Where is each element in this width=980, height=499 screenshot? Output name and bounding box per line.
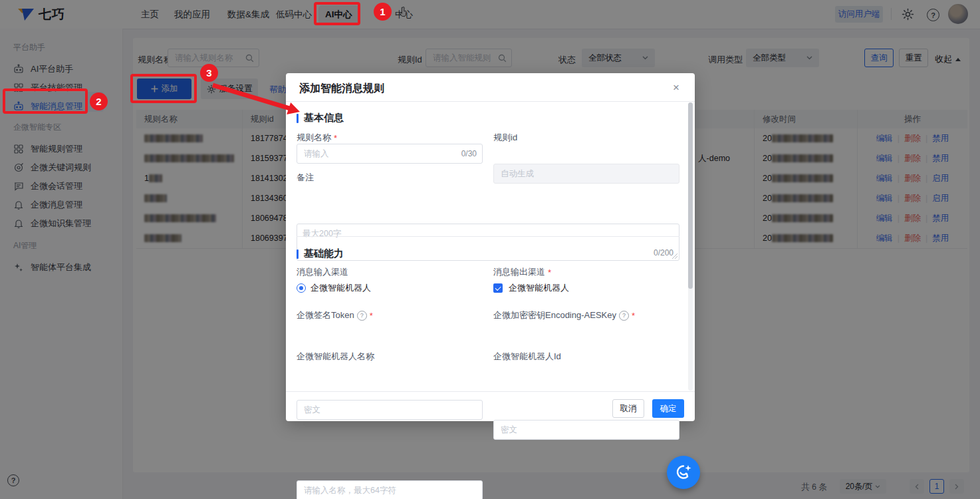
input-channel-radio[interactable]: 企微智能机器人 xyxy=(297,282,371,294)
rule-name-label: 规则名称* xyxy=(297,132,337,144)
annotation-badge-2: 2 xyxy=(90,92,108,110)
rule-name-counter: 0/30 xyxy=(461,149,477,158)
annotation-box-ai-center xyxy=(314,2,360,25)
rule-name-field[interactable]: 0/30 xyxy=(297,144,483,164)
close-icon[interactable]: × xyxy=(670,82,682,94)
annotation-badge-3: 3 xyxy=(200,64,218,82)
ai-chat-sparkle-icon xyxy=(674,463,693,482)
bot-id-label: 企微智能机器人Id xyxy=(493,351,561,363)
remark-label: 备注 xyxy=(297,172,314,184)
section-capability: 基础能力 xyxy=(297,248,344,260)
modal-header-divider xyxy=(286,101,695,102)
modal-scrollbar-thumb[interactable] xyxy=(688,102,693,289)
annotation-box-add-button xyxy=(130,74,197,103)
app-root: 七巧 主页 我的应用 数据&集成 低码中心 AI中心 中心 访问用户端 xyxy=(0,0,980,499)
input-channel-label: 消息输入渠道 xyxy=(297,266,348,278)
rule-id-field xyxy=(493,164,679,184)
question-circle-icon[interactable]: ? xyxy=(357,311,367,321)
aeskey-field[interactable] xyxy=(493,420,679,440)
output-channel-label: 消息输出渠道* xyxy=(493,266,551,278)
remark-counter: 0/200 xyxy=(654,248,674,257)
bot-name-field[interactable] xyxy=(297,480,483,499)
aeskey-label: 企微加密密钥Encoding-AESKey ?* xyxy=(493,309,635,321)
cancel-button[interactable]: 取消 xyxy=(612,399,644,418)
bot-name-label: 企微智能机器人名称 xyxy=(297,351,374,363)
annotation-badge-1: 1 xyxy=(374,3,392,21)
radio-selected-icon xyxy=(297,283,306,293)
remark-field[interactable]: 0/200 xyxy=(297,224,679,261)
output-channel-checkbox[interactable]: 企微智能机器人 xyxy=(493,282,569,294)
section-bar xyxy=(297,114,299,123)
checkbox-checked-icon xyxy=(493,283,503,293)
confirm-button[interactable]: 确定 xyxy=(652,399,684,418)
resize-grip[interactable] xyxy=(672,253,677,259)
ai-assistant-float-button[interactable] xyxy=(667,456,700,489)
section-basic-info: 基本信息 xyxy=(297,112,344,124)
modal-footer-divider xyxy=(286,391,695,392)
annotation-box-smart-message xyxy=(3,88,88,114)
modal-title: 添加智能消息规则 xyxy=(299,82,384,96)
modal-section-divider xyxy=(297,236,679,237)
token-field[interactable] xyxy=(297,400,483,420)
add-rule-modal: 添加智能消息规则 × 基本信息 规则名称* 0/30 规则id 备注 0/200… xyxy=(286,73,695,421)
rule-id-label: 规则id xyxy=(493,132,517,144)
section-bar xyxy=(297,250,299,259)
question-circle-icon[interactable]: ? xyxy=(619,311,629,321)
token-label: 企微签名Token ?* xyxy=(297,309,373,321)
